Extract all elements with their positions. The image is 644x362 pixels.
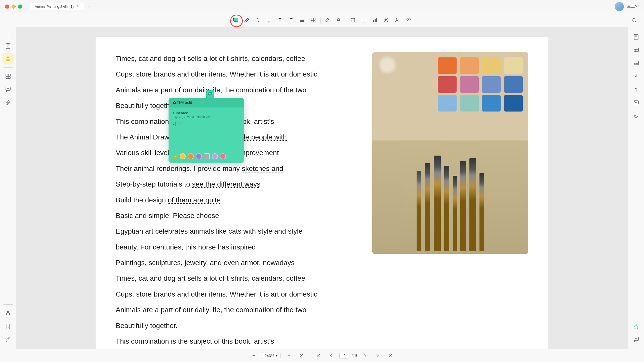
svg-rect-57 bbox=[634, 337, 638, 341]
strikethrough-button[interactable] bbox=[253, 15, 263, 25]
palette-color-1 bbox=[438, 57, 457, 74]
pen-tool-button[interactable] bbox=[242, 15, 252, 25]
right-pages-icon[interactable] bbox=[631, 31, 642, 42]
person-button[interactable] bbox=[392, 15, 402, 25]
stamp-button[interactable] bbox=[334, 15, 344, 25]
zoom-display[interactable]: 243% ▼ bbox=[262, 352, 281, 359]
svg-rect-7 bbox=[311, 18, 313, 20]
page-separator: / bbox=[351, 353, 352, 358]
chart-button[interactable] bbox=[370, 15, 380, 25]
text-button[interactable]: T bbox=[275, 15, 285, 25]
color-lavender[interactable] bbox=[212, 153, 218, 159]
right-star-icon[interactable] bbox=[631, 321, 642, 332]
sidebar-highlight-icon[interactable] bbox=[3, 53, 14, 64]
note-date: Sep 20, 2024 at 6:38:30 PM bbox=[173, 116, 240, 119]
user-avatar[interactable] bbox=[615, 2, 624, 11]
svg-rect-51 bbox=[634, 48, 638, 52]
color-yellow[interactable] bbox=[180, 153, 186, 159]
link-button[interactable] bbox=[381, 15, 391, 25]
svg-rect-56 bbox=[634, 101, 638, 104]
last-page-button[interactable] bbox=[374, 351, 382, 360]
tab-label: Animal Painting Skills (1) bbox=[35, 5, 74, 9]
eraser-button[interactable] bbox=[323, 15, 333, 25]
underline-button[interactable] bbox=[264, 15, 274, 25]
minimize-button[interactable] bbox=[12, 5, 16, 9]
close-button[interactable] bbox=[5, 5, 9, 9]
indent-button[interactable] bbox=[297, 15, 307, 25]
sidebar-pages-icon[interactable] bbox=[3, 40, 14, 51]
right-mail-icon[interactable] bbox=[631, 97, 642, 108]
right-bottom-icon[interactable] bbox=[631, 321, 642, 332]
svg-rect-37 bbox=[6, 74, 8, 76]
palette-color-7 bbox=[482, 76, 501, 93]
right-comment-icon[interactable] bbox=[631, 334, 642, 345]
search-button[interactable] bbox=[629, 15, 639, 25]
brush-4 bbox=[444, 166, 449, 251]
svg-rect-40 bbox=[8, 77, 10, 79]
next-page-button[interactable] bbox=[361, 351, 370, 360]
content-area: Times, cat and dog art sells a lot of t-… bbox=[16, 27, 644, 349]
zoom-level: 243% bbox=[265, 353, 274, 358]
tab-edit-icon[interactable]: ✎ bbox=[76, 5, 79, 8]
svg-rect-15 bbox=[351, 18, 355, 22]
block-format-button[interactable] bbox=[308, 15, 318, 25]
color-gray[interactable] bbox=[204, 153, 210, 159]
color-pink[interactable] bbox=[220, 153, 226, 159]
svg-point-26 bbox=[396, 18, 398, 20]
page-nav: 2 / 9 bbox=[339, 353, 357, 358]
right-table-icon[interactable] bbox=[631, 44, 642, 55]
sticky-note-header: 스티커 노트 bbox=[169, 98, 244, 107]
note-text-input[interactable] bbox=[173, 122, 240, 147]
right-share-icon[interactable] bbox=[631, 84, 642, 95]
login-label[interactable]: 로그인 bbox=[627, 4, 639, 9]
zoom-dropdown-icon: ▼ bbox=[275, 354, 278, 357]
document-area[interactable]: Times, cat and dog art sells a lot of t-… bbox=[16, 27, 628, 349]
right-sidebar bbox=[628, 27, 644, 349]
right-download-icon[interactable] bbox=[631, 70, 642, 82]
shape-button[interactable] bbox=[348, 15, 358, 25]
sidebar-layers-icon[interactable] bbox=[3, 308, 14, 319]
sidebar-attachment-icon[interactable] bbox=[3, 97, 14, 108]
sidebar-comment-icon[interactable] bbox=[3, 84, 14, 95]
image-column bbox=[372, 52, 528, 349]
para-15: Times, cat and dog art sells a lot of t-… bbox=[116, 272, 357, 285]
color-orange[interactable] bbox=[188, 153, 194, 159]
active-tab[interactable]: Animal Painting Skills (1) ✎ bbox=[30, 3, 84, 10]
svg-line-30 bbox=[635, 21, 636, 22]
para-13: beauty. For centuries, this horse has in… bbox=[116, 241, 357, 254]
sidebar-bookmark-icon[interactable] bbox=[3, 321, 14, 332]
comment-tool-button[interactable] bbox=[231, 15, 241, 25]
right-undo-icon[interactable] bbox=[631, 110, 642, 121]
svg-rect-8 bbox=[313, 18, 315, 20]
annotation-inline-icon[interactable] bbox=[206, 90, 214, 98]
lock-icon[interactable]: 🔒 bbox=[173, 154, 178, 159]
insert-button[interactable] bbox=[359, 15, 369, 25]
brush-3 bbox=[434, 156, 441, 251]
main-layout: Times, cat and dog art sells a lot of t-… bbox=[0, 27, 644, 349]
palette-color-8 bbox=[504, 76, 523, 93]
zoom-in-button[interactable]: + bbox=[285, 351, 293, 360]
color-purple[interactable] bbox=[196, 153, 202, 159]
app-window: Animal Painting Skills (1) ✎ + 로그인 bbox=[0, 0, 644, 362]
palette-color-5 bbox=[438, 76, 457, 93]
sidebar-divider-2 bbox=[4, 304, 13, 305]
text-format-button[interactable]: T bbox=[286, 15, 296, 25]
sidebar-grid-icon[interactable] bbox=[3, 71, 14, 82]
svg-point-28 bbox=[409, 18, 411, 20]
close-toolbar-button[interactable] bbox=[386, 351, 395, 360]
sidebar-pencil-icon[interactable] bbox=[3, 334, 14, 345]
svg-rect-4 bbox=[300, 19, 304, 19]
sticky-note-title: 스티커 노트 bbox=[173, 100, 192, 105]
zoom-out-button[interactable]: − bbox=[249, 351, 258, 360]
current-page-input[interactable]: 2 bbox=[339, 353, 349, 358]
new-tab-button[interactable]: + bbox=[86, 4, 92, 10]
svg-line-44 bbox=[8, 338, 9, 339]
right-image-icon[interactable] bbox=[631, 57, 642, 68]
fit-button[interactable] bbox=[297, 351, 306, 360]
group-button[interactable] bbox=[403, 15, 413, 25]
first-page-button[interactable] bbox=[314, 351, 323, 360]
svg-rect-9 bbox=[311, 20, 313, 22]
toolbar-divider-2 bbox=[346, 17, 346, 24]
prev-page-button[interactable] bbox=[327, 351, 335, 360]
maximize-button[interactable] bbox=[18, 5, 22, 9]
